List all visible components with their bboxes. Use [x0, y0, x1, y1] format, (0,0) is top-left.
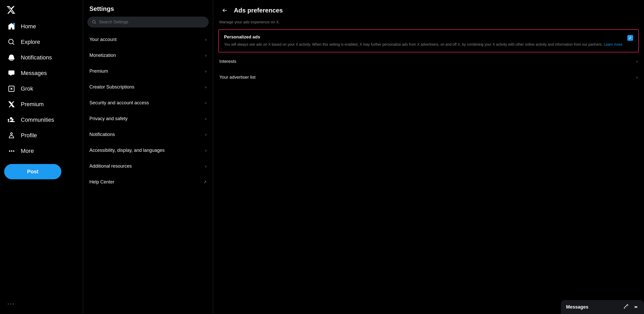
communities-icon-wrap [7, 116, 16, 124]
messages-bar-title: Messages [566, 304, 588, 310]
sidebar: Home Explore Notifications Messages [0, 0, 83, 314]
chevron-icon: › [205, 116, 207, 121]
messages-bottom-bar[interactable]: Messages [561, 300, 644, 314]
chevron-icon: › [205, 53, 207, 58]
settings-item-additional-resources[interactable]: Additional resources › [83, 158, 213, 174]
x-logo-button[interactable] [4, 3, 18, 17]
sidebar-item-home[interactable]: Home [4, 19, 79, 34]
messages-bar-icons [623, 304, 639, 310]
chevron-icon: › [205, 100, 207, 106]
premium-label: Premium [21, 101, 44, 108]
settings-list: Your account › Monetization › Premium › … [83, 32, 213, 314]
ads-subtitle: Manage your ads experience on X. [213, 20, 644, 29]
settings-item-accessibility[interactable]: Accessibility, display, and languages › [83, 142, 213, 158]
grok-label: Grok [21, 85, 33, 92]
home-label: Home [21, 23, 36, 30]
x-logo-icon [6, 5, 16, 15]
home-notification-dot [13, 23, 15, 25]
search-input[interactable] [99, 20, 204, 24]
settings-item-creator-subscriptions[interactable]: Creator Subscriptions › [83, 79, 213, 95]
chevron-icon: › [205, 37, 207, 42]
chevron-icon: › [205, 148, 207, 153]
profile-icon-wrap [7, 131, 16, 140]
premium-icon-wrap [7, 100, 16, 108]
personalized-ads-checkbox[interactable] [627, 35, 633, 41]
ads-preferences-title: Ads preferences [234, 7, 283, 14]
sidebar-item-explore[interactable]: Explore [4, 34, 79, 50]
notifications-icon-wrap [7, 53, 16, 62]
chevron-icon: › [205, 84, 207, 90]
messages-label: Messages [21, 70, 47, 77]
messages-icon-wrap [7, 69, 16, 77]
chevron-icon: › [205, 132, 207, 137]
personalized-ads-title: Personalized ads [224, 35, 623, 40]
sidebar-item-premium[interactable]: Premium [4, 97, 79, 112]
grok-icon [8, 85, 15, 92]
ads-item-advertiser-list[interactable]: Your advertiser list › [213, 69, 644, 85]
ads-preferences-panel: Ads preferences Manage your ads experien… [213, 0, 644, 314]
sidebar-item-notifications[interactable]: Notifications [4, 50, 79, 65]
communities-label: Communities [21, 117, 54, 123]
home-icon-wrap [7, 22, 16, 31]
premium-icon [8, 101, 15, 108]
settings-item-monetization[interactable]: Monetization › [83, 47, 213, 63]
sidebar-item-communities[interactable]: Communities [4, 112, 79, 128]
explore-icon [8, 38, 15, 46]
ads-header: Ads preferences [213, 0, 644, 20]
profile-label: Profile [21, 132, 37, 139]
compose-message-icon[interactable] [623, 304, 629, 310]
sidebar-item-profile[interactable]: Profile [4, 128, 79, 143]
chevron-icon: › [636, 74, 638, 80]
collapse-icon[interactable] [633, 304, 639, 310]
more-label: More [21, 148, 34, 154]
learn-more-link[interactable]: Learn more [604, 42, 622, 46]
search-bar[interactable] [87, 17, 209, 28]
chevron-icon: › [205, 163, 207, 169]
notifications-icon [8, 54, 15, 61]
explore-label: Explore [21, 39, 40, 45]
more-icon-wrap [7, 147, 16, 155]
settings-panel: Settings Your account › Monetization › P… [83, 0, 213, 314]
settings-item-help-center[interactable]: Help Center ↗ [83, 174, 213, 190]
chevron-icon: › [636, 59, 638, 64]
external-link-icon: ↗ [203, 180, 207, 185]
back-button[interactable] [219, 5, 230, 16]
settings-item-privacy[interactable]: Privacy and safety › [83, 111, 213, 127]
messages-icon [8, 70, 15, 77]
settings-item-your-account[interactable]: Your account › [83, 32, 213, 47]
ads-item-interests[interactable]: Interests › [213, 53, 644, 69]
sidebar-more-dots[interactable]: ··· [4, 296, 79, 311]
post-button[interactable]: Post [4, 164, 61, 179]
settings-item-security[interactable]: Security and account access › [83, 95, 213, 111]
personalized-ads-card[interactable]: Personalized ads You will always see ads… [218, 29, 639, 52]
more-icon [8, 147, 15, 155]
sidebar-item-more[interactable]: More [4, 143, 79, 159]
profile-icon [8, 132, 15, 139]
personalized-ads-content: Personalized ads You will always see ads… [224, 35, 623, 47]
search-icon [92, 20, 96, 24]
settings-title: Settings [83, 0, 213, 17]
personalized-ads-description: You will always see ads on X based on yo… [224, 42, 623, 47]
notifications-label: Notifications [21, 54, 52, 61]
settings-item-notifications[interactable]: Notifications › [83, 127, 213, 142]
grok-icon-wrap [7, 85, 16, 93]
chevron-icon: › [205, 69, 207, 74]
back-arrow-icon [222, 8, 227, 13]
sidebar-item-messages[interactable]: Messages [4, 65, 79, 81]
explore-icon-wrap [7, 38, 16, 46]
settings-item-premium[interactable]: Premium › [83, 63, 213, 79]
communities-icon [8, 116, 15, 124]
sidebar-item-grok[interactable]: Grok [4, 81, 79, 97]
